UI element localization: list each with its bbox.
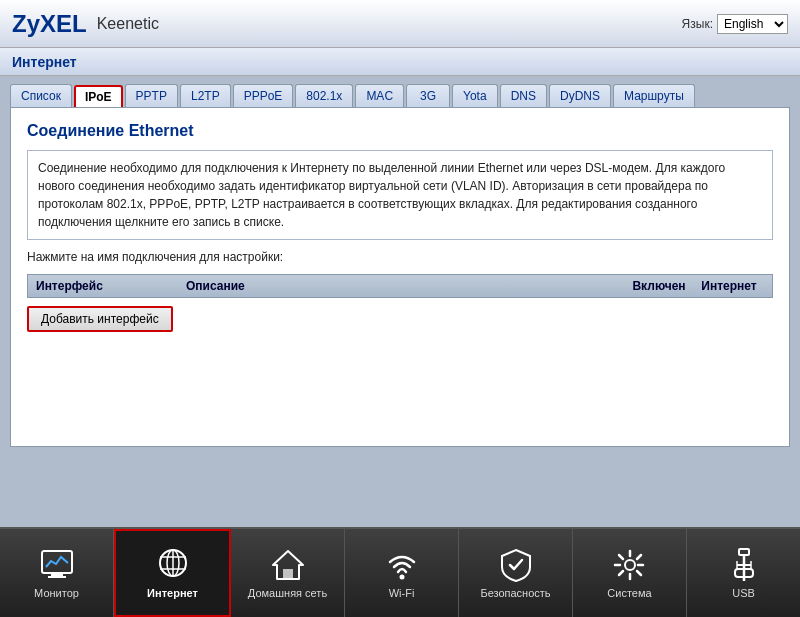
nav-label-monitor: Монитор	[34, 587, 79, 599]
security-icon	[496, 547, 536, 583]
add-interface-button[interactable]: Добавить интерфейс	[27, 306, 173, 332]
nav-label-system: Система	[607, 587, 651, 599]
wifi-icon	[382, 547, 422, 583]
monitor-icon	[37, 547, 77, 583]
description-box: Соединение необходимо для подключения к …	[27, 150, 773, 240]
nav-item-monitor[interactable]: Монитор	[0, 529, 114, 617]
tabs-bar: СписокIPoEPPTPL2TPPPPoE802.1xMAC3GYotaDN…	[10, 84, 790, 107]
nav-item-home-network[interactable]: Домашняя сеть	[231, 529, 345, 617]
nav-item-usb[interactable]: USB	[687, 529, 800, 617]
svg-point-10	[399, 575, 404, 580]
logo-keenetic: Keenetic	[97, 15, 159, 33]
tab-ipoe[interactable]: IPoE	[74, 85, 123, 107]
bottom-nav: МониторИнтернетДомашняя сетьWi-FiБезопас…	[0, 527, 800, 617]
system-icon	[610, 547, 650, 583]
lang-label: Язык:	[682, 17, 713, 31]
nav-label-security: Безопасность	[480, 587, 550, 599]
svg-rect-2	[48, 576, 66, 578]
nav-label-wifi: Wi-Fi	[389, 587, 415, 599]
tab-marshruty[interactable]: Маршруты	[613, 84, 695, 107]
tab-3g[interactable]: 3G	[406, 84, 450, 107]
content-panel: Соединение Ethernet Соединение необходим…	[10, 107, 790, 447]
tab-yota[interactable]: Yota	[452, 84, 498, 107]
language-selector-area: Язык: English Русский	[682, 14, 788, 34]
nav-item-security[interactable]: Безопасность	[459, 529, 573, 617]
page-title: Интернет	[12, 54, 77, 70]
logo-area: ZyXEL Keenetic	[12, 10, 159, 38]
nav-item-system[interactable]: Система	[573, 529, 687, 617]
col-enabled: Включен	[624, 279, 694, 293]
svg-rect-12	[739, 549, 749, 555]
tab-dns[interactable]: DNS	[500, 84, 547, 107]
nav-item-wifi[interactable]: Wi-Fi	[345, 529, 459, 617]
nav-label-home-network: Домашняя сеть	[248, 587, 327, 599]
page-title-bar: Интернет	[0, 48, 800, 76]
col-interface: Интерфейс	[36, 279, 186, 293]
col-internet: Интернет	[694, 279, 764, 293]
tab-8021x[interactable]: 802.1x	[295, 84, 353, 107]
tab-dydns[interactable]: DyDNS	[549, 84, 611, 107]
logo-zyxel: ZyXEL	[12, 10, 87, 38]
home-network-icon	[268, 547, 308, 583]
section-title: Соединение Ethernet	[27, 122, 773, 140]
language-select[interactable]: English Русский	[717, 14, 788, 34]
tab-l2tp[interactable]: L2TP	[180, 84, 231, 107]
tab-pppoe[interactable]: PPPoE	[233, 84, 294, 107]
hint-text: Нажмите на имя подключения для настройки…	[27, 250, 773, 264]
nav-label-usb: USB	[732, 587, 755, 599]
svg-rect-1	[51, 573, 63, 576]
tab-spisok[interactable]: Список	[10, 84, 72, 107]
table-header: Интерфейс Описание Включен Интернет	[27, 274, 773, 298]
usb-icon	[724, 547, 764, 583]
nav-label-internet: Интернет	[147, 587, 198, 599]
svg-point-11	[625, 560, 635, 570]
tab-pptp[interactable]: PPTP	[125, 84, 178, 107]
svg-rect-9	[283, 569, 293, 579]
col-description: Описание	[186, 279, 624, 293]
internet-icon	[153, 547, 193, 583]
nav-item-internet[interactable]: Интернет	[114, 529, 231, 617]
tab-mac[interactable]: MAC	[355, 84, 404, 107]
